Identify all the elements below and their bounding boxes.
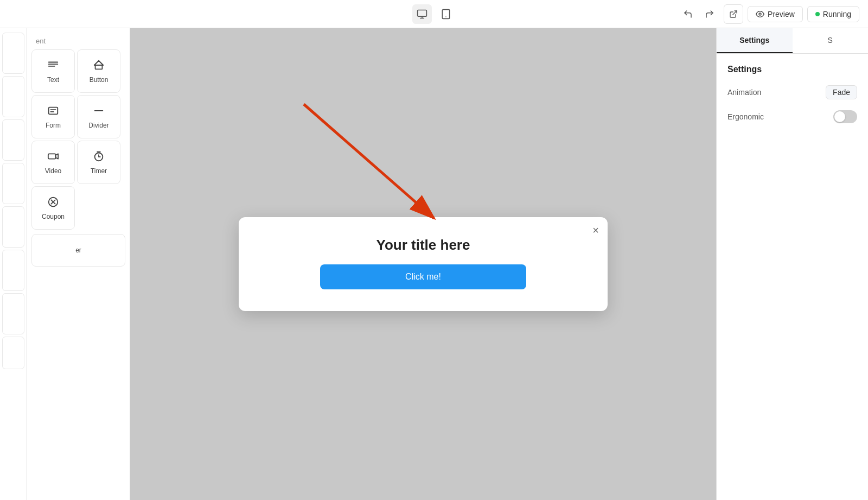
svg-rect-15 <box>48 154 56 159</box>
toolbar-center <box>412 4 456 24</box>
sidebar-item-extra-label: er <box>75 246 81 254</box>
svg-rect-0 <box>418 10 427 16</box>
partial-item-2[interactable] <box>2 76 24 117</box>
external-link-button[interactable] <box>724 4 743 24</box>
right-sidebar-scroll: Settings Animation Fade Ergonomic <box>717 54 868 500</box>
arrow-annotation <box>271 93 456 235</box>
animation-value[interactable]: Fade <box>826 85 857 99</box>
sidebar-item-timer[interactable]: Timer <box>77 141 120 184</box>
sidebar-section-title: ent <box>27 33 130 47</box>
sidebar-item-video-label: Video <box>45 167 61 175</box>
partial-item-1[interactable] <box>2 33 24 74</box>
tab-style[interactable]: S <box>793 28 869 53</box>
sidebar-item-divider-label: Divider <box>88 122 108 129</box>
svg-point-6 <box>759 13 761 15</box>
left-partial-sidebar <box>0 28 27 500</box>
canvas-area[interactable]: × Your title here Click me! <box>130 28 716 500</box>
ergonomic-toggle[interactable] <box>833 110 857 123</box>
sidebar-item-divider[interactable]: Divider <box>77 95 120 138</box>
undo-icon <box>683 9 693 19</box>
running-badge: Running <box>807 6 859 22</box>
tablet-icon <box>441 9 451 20</box>
sidebar-item-button[interactable]: Button <box>77 49 120 93</box>
ergonomic-row: Ergonomic <box>727 110 857 123</box>
undo-button[interactable] <box>678 4 698 24</box>
timer-icon <box>93 150 105 164</box>
svg-rect-10 <box>95 65 103 69</box>
animation-row: Animation Fade <box>727 85 857 99</box>
sidebar-item-form[interactable]: Form <box>31 95 75 138</box>
modal-cta-button[interactable]: Click me! <box>320 264 526 289</box>
left-sidebar: ent Text <box>27 28 130 500</box>
tablet-view-button[interactable] <box>436 4 456 24</box>
sidebar-item-text[interactable]: Text <box>31 49 75 93</box>
preview-icon <box>756 10 764 18</box>
toolbar: Preview Running <box>0 0 868 28</box>
partial-item-4[interactable] <box>2 163 24 204</box>
preview-label: Preview <box>768 10 795 18</box>
sidebar-item-timer-label: Timer <box>91 167 107 175</box>
running-dot <box>815 12 820 16</box>
redo-icon <box>705 9 714 19</box>
close-icon: × <box>592 224 599 236</box>
partial-item-7[interactable] <box>2 293 24 334</box>
svg-line-5 <box>733 11 737 15</box>
tab-style-label: S <box>828 36 833 45</box>
modal-close-button[interactable]: × <box>592 225 599 236</box>
button-icon <box>93 59 105 73</box>
divider-icon <box>93 105 105 118</box>
external-link-icon <box>729 10 738 18</box>
running-label: Running <box>823 10 851 18</box>
partial-item-3[interactable] <box>2 119 24 161</box>
svg-rect-11 <box>49 107 58 114</box>
tab-settings[interactable]: Settings <box>717 28 793 53</box>
sidebar-item-form-label: Form <box>46 122 61 129</box>
svg-line-23 <box>304 104 434 218</box>
desktop-icon <box>417 9 427 20</box>
partial-item-8[interactable] <box>2 337 24 369</box>
coupon-icon <box>47 196 59 210</box>
partial-item-6[interactable] <box>2 250 24 291</box>
sidebar-item-video[interactable]: Video <box>31 141 75 184</box>
toolbar-right: Preview Running <box>678 4 859 24</box>
settings-section-title: Settings <box>727 65 857 74</box>
redo-button[interactable] <box>700 4 719 24</box>
ergonomic-label: Ergonomic <box>727 112 764 121</box>
right-sidebar: Settings S Settings Animation Fade Ergon… <box>716 28 868 500</box>
modal-title: Your title here <box>376 237 470 254</box>
desktop-view-button[interactable] <box>412 4 432 24</box>
modal-cta-label: Click me! <box>405 272 441 281</box>
partial-item-5[interactable] <box>2 206 24 248</box>
text-icon <box>47 59 59 73</box>
sidebar-item-text-label: Text <box>47 76 59 84</box>
video-icon <box>47 150 59 164</box>
sidebar-items-grid: Text Button <box>27 47 130 232</box>
undo-redo-group <box>678 4 719 24</box>
animation-label: Animation <box>727 88 761 97</box>
sidebar-item-button-label: Button <box>90 76 108 84</box>
right-sidebar-tabs: Settings S <box>717 28 868 54</box>
main-layout: ent Text <box>0 28 868 500</box>
tab-settings-label: Settings <box>739 36 769 45</box>
sidebar-item-coupon-label: Coupon <box>42 213 65 220</box>
preview-button[interactable]: Preview <box>748 6 803 22</box>
modal-popup: × Your title here Click me! <box>239 217 608 311</box>
sidebar-item-coupon[interactable]: Coupon <box>31 186 75 230</box>
svg-marker-16 <box>56 154 59 159</box>
sidebar-item-extra[interactable]: er <box>31 234 125 267</box>
form-icon <box>47 105 59 118</box>
toggle-knob <box>834 111 845 122</box>
right-sidebar-content: Settings Animation Fade Ergonomic <box>717 54 868 134</box>
